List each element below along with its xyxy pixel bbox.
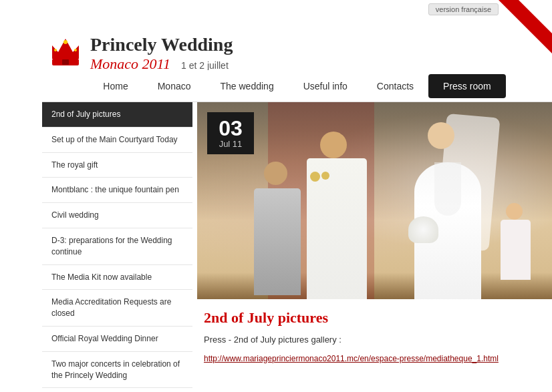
sidebar-item-courtyard[interactable]: Set up of the Main Courtyard Today (42, 128, 192, 153)
sidebar-item-accreditation[interactable]: Media Accreditation Requests are closed (42, 290, 192, 327)
sidebar-item-memorabilia[interactable]: The official collection of memorabilia (42, 388, 192, 392)
version-francaise-button[interactable]: version française (428, 3, 499, 15)
sidebar-item-media-kit[interactable]: The Media Kit now available (42, 265, 192, 290)
svg-point-4 (74, 49, 77, 51)
svg-point-2 (63, 40, 67, 44)
sidebar: 2nd of July pictures Set up of the Main … (42, 102, 192, 392)
date-day: 03 (211, 118, 251, 139)
article-content: 2nd of July pictures Press - 2nd of July… (197, 299, 552, 371)
top-bar: version française (0, 0, 552, 19)
nav-wedding[interactable]: The wedding (206, 73, 289, 100)
nav-home[interactable]: Home (88, 73, 142, 100)
logo-title: Princely Wedding (90, 35, 233, 55)
flag-corner-decoration (499, 0, 552, 53)
bride-figure (408, 122, 488, 300)
date-month: Jul 11 (211, 139, 251, 149)
logo-text: Princely Wedding Monaco 2011 1 et 2 juil… (90, 35, 233, 73)
svg-point-3 (54, 49, 57, 51)
bouquet (408, 216, 438, 243)
groom-figure (303, 132, 370, 299)
main-nav: Home Monaco The wedding Useful info Cont… (42, 70, 552, 102)
sidebar-item-montblanc[interactable]: Montblanc : the unique fountain pen (42, 178, 192, 203)
left-decorative-panel (0, 0, 42, 392)
sidebar-item-royal-dinner[interactable]: Official Royal Wedding Dinner (42, 327, 192, 352)
sidebar-item-july-pictures[interactable]: 2nd of July pictures (42, 102, 192, 128)
sidebar-item-concerts[interactable]: Two major concerts in celebration of the… (42, 352, 192, 389)
article-title: 2nd of July pictures (204, 309, 545, 327)
crown-icon (49, 35, 82, 72)
officiant-figure (251, 162, 304, 295)
flower-girl (501, 200, 534, 280)
sidebar-item-d3-preparations[interactable]: D-3: preparations for the Wedding contin… (42, 228, 192, 265)
logo-date: 1 et 2 juillet (181, 60, 229, 71)
svg-rect-5 (62, 59, 69, 65)
nav-useful-info[interactable]: Useful info (289, 73, 362, 100)
nav-contacts[interactable]: Contacts (362, 73, 428, 100)
sidebar-item-royal-gift[interactable]: The royal gift (42, 153, 192, 178)
date-badge: 03 Jul 11 (207, 112, 254, 154)
hero-image-container: 03 Jul 11 (197, 102, 552, 299)
sidebar-item-civil-wedding[interactable]: Civil wedding (42, 203, 192, 228)
nav-monaco[interactable]: Monaco (143, 73, 206, 100)
article-body: Press - 2nd of July pictures gallery : (204, 333, 545, 347)
main-content: 03 Jul 11 2nd of July pictures Press - 2… (197, 102, 552, 392)
article-link[interactable]: http://www.mariageprinciermonaco2011.mc/… (204, 354, 499, 363)
nav-press-room[interactable]: Press room (428, 74, 506, 98)
